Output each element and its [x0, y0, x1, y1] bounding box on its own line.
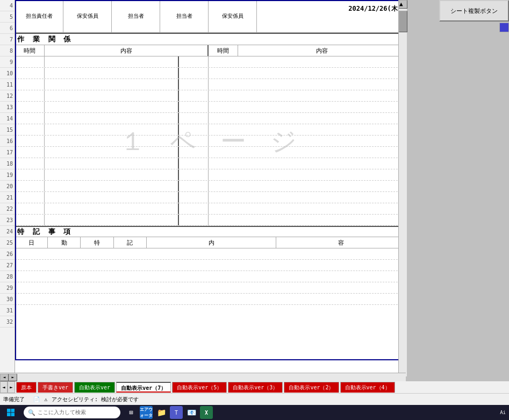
tab-auto-display[interactable]: 自動表示ver	[74, 382, 115, 393]
tab-auto-4[interactable]: 自動表示ver（4）	[340, 382, 395, 393]
work-section-header: 作 業 関 係	[15, 34, 406, 45]
notes-row[interactable]	[15, 271, 406, 282]
folder-icon[interactable]: 📁	[155, 406, 168, 419]
taskbar-right: Ai	[500, 410, 509, 415]
teams-icon[interactable]: T	[170, 406, 183, 419]
notes-row[interactable]	[15, 294, 406, 305]
table-row[interactable]	[15, 90, 406, 102]
staff-cell-2: 保安係員	[63, 0, 112, 33]
taskbar-search-box[interactable]: 🔍 ここに入力して検索	[24, 407, 120, 418]
main-content: 担当責任者 保安係員 担当者 担当者 保安係員 作 業 関 係 時間 内容 時間…	[15, 0, 406, 376]
th-time-right: 時間	[209, 45, 238, 56]
airwater-label: エアウォータ	[140, 407, 153, 418]
excel-icon[interactable]: X	[200, 406, 213, 419]
table-row[interactable]	[15, 181, 406, 192]
work-table-header: 時間 内容 時間 内容	[15, 45, 406, 56]
ready-status: 準備完了	[3, 396, 25, 403]
table-row[interactable]	[15, 56, 406, 68]
vertical-scrollbar[interactable]: ▲	[398, 0, 407, 376]
excel-label: X	[205, 410, 208, 416]
sn-col-3: 特	[81, 237, 113, 248]
tab-auto-3[interactable]: 自動表示ver（3）	[228, 382, 283, 393]
staff-cell-1: 担当責任者	[15, 0, 63, 33]
sheet-tab-bar: ◄ ► 原本 手書きver 自動表示ver 自動表示ver（7） 自動表示ver…	[0, 381, 509, 393]
staff-cell-4: 担当者	[160, 0, 209, 33]
tab-auto-2[interactable]: 自動表示ver（2）	[284, 382, 339, 393]
sn-col-6: 容	[276, 237, 406, 248]
table-row[interactable]	[15, 68, 406, 79]
notes-row[interactable]	[15, 260, 406, 271]
svg-rect-3	[11, 413, 15, 417]
table-row[interactable]	[15, 192, 406, 203]
scroll-left-arrow[interactable]: ◄	[0, 374, 9, 381]
sn-col-2: 勤	[48, 237, 81, 248]
sheet-copy-button[interactable]: シート複製ボタン	[439, 0, 509, 22]
table-row[interactable]	[15, 203, 406, 215]
airwater-icon[interactable]: エアウォータ	[140, 406, 153, 419]
sn-col-4: 記	[114, 237, 147, 248]
svg-rect-1	[11, 409, 15, 412]
tab-original[interactable]: 原本	[16, 382, 37, 393]
staff-cell-5: 保安係員	[209, 0, 257, 33]
th-content-right: 内容	[238, 45, 406, 56]
tab-auto-5[interactable]: 自動表示ver（5）	[172, 382, 227, 393]
th-time-left: 時間	[15, 45, 45, 56]
teams-label: T	[175, 410, 178, 416]
sn-col-1: 日	[15, 237, 48, 248]
taskbar-search-text: ここに入力して検索	[38, 409, 86, 416]
table-row[interactable]	[15, 147, 406, 158]
svg-rect-2	[7, 413, 11, 417]
spreadsheet: 4 5 6 7 8 9 10 11 12 13 14 15 16 17 18 1…	[0, 0, 406, 376]
taskview-icon[interactable]: ⊞	[125, 406, 138, 419]
svg-rect-0	[7, 409, 11, 412]
table-row[interactable]	[15, 169, 406, 181]
taskbar-app-icons: ⊞ エアウォータ 📁 T 📧 X	[125, 406, 213, 419]
th-content-left: 内容	[45, 45, 209, 56]
table-row[interactable]	[15, 102, 406, 113]
scroll-thumb[interactable]	[399, 11, 407, 32]
ai-label: Ai	[500, 410, 506, 415]
tab-scroll-left[interactable]: ◄	[0, 381, 8, 393]
table-row[interactable]	[15, 113, 406, 124]
notes-row[interactable]	[15, 282, 406, 294]
page-icon: 📄	[33, 396, 40, 402]
table-row[interactable]	[15, 79, 406, 90]
special-section-header: 特 記 事 項	[15, 226, 406, 237]
tab-scroll-right[interactable]: ►	[8, 381, 15, 393]
search-icon: 🔍	[28, 409, 35, 416]
row-numbers: 4 5 6 7 8 9 10 11 12 13 14 15 16 17 18 1…	[0, 0, 15, 376]
scroll-up-arrow[interactable]: ▲	[399, 0, 407, 9]
staff-cell-3: 担当者	[112, 0, 160, 33]
table-row[interactable]	[15, 124, 406, 136]
date-display: 2024/12/26(木)	[348, 4, 402, 13]
work-rows: １ ペ ー ジ	[15, 56, 406, 226]
small-blue-button[interactable]	[499, 23, 509, 32]
horizontal-scrollbar[interactable]: ◄ ►	[0, 373, 406, 381]
windows-icon	[6, 408, 15, 417]
special-notes-header: 日 勤 特 記 内 容	[15, 237, 406, 248]
scroll-right-arrow[interactable]: ►	[9, 374, 17, 381]
tab-handwritten[interactable]: 手書きver	[38, 382, 73, 393]
table-row[interactable]	[15, 158, 406, 169]
table-row[interactable]	[15, 215, 406, 226]
taskbar: 🔍 ここに入力して検索 ⊞ エアウォータ 📁 T 📧 X Ai	[0, 405, 509, 420]
outlook-icon[interactable]: 📧	[185, 406, 198, 419]
table-row[interactable]	[15, 136, 406, 147]
notes-row[interactable]	[15, 248, 406, 260]
status-bar: 準備完了 📄 ⚠ アクセシビリティ: 検討が必要です	[0, 393, 509, 405]
accessibility-status: アクセシビリティ: 検討が必要です	[52, 396, 139, 403]
tab-auto-7[interactable]: 自動表示ver（7）	[116, 382, 171, 393]
sn-col-5: 内	[147, 237, 277, 248]
start-button[interactable]	[0, 405, 21, 420]
accessibility-icon: ⚠	[44, 396, 47, 402]
